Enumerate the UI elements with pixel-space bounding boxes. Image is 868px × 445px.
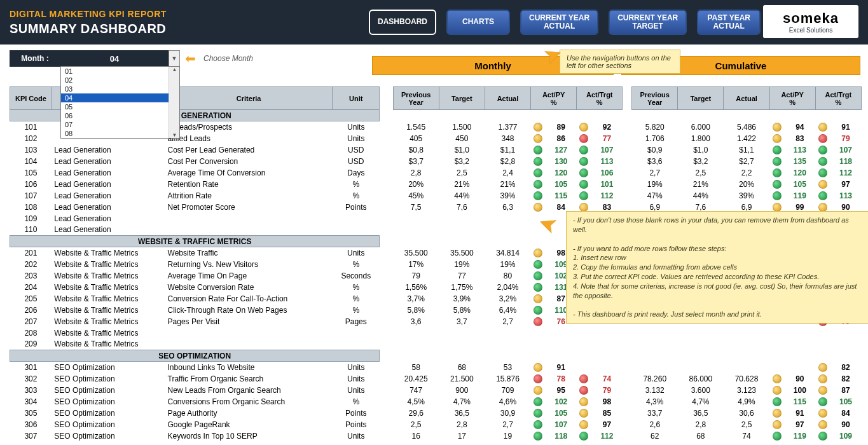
status-dot-amber	[773, 374, 782, 383]
status-dot-amber	[773, 386, 782, 395]
status-dot-green	[534, 191, 542, 200]
status-dot-green	[773, 180, 782, 189]
col-act-trgt-c: Act/Trgt %	[815, 87, 861, 110]
logo-subtext: Excel Solutions	[789, 27, 832, 34]
month-option[interactable]: 05	[61, 102, 179, 111]
col-prev-year: Previous Year	[393, 87, 439, 110]
status-dot-green	[534, 168, 542, 177]
status-dot-green	[579, 432, 588, 441]
status-dot-amber	[579, 397, 588, 406]
status-dot-amber	[818, 409, 827, 418]
nav-current-year-target[interactable]: CURRENT YEAR TARGET	[609, 10, 687, 35]
month-option[interactable]: 02	[61, 76, 179, 85]
status-dot-green	[773, 168, 782, 177]
table-row: 305SEO OptimizationPage AuthorityPoints2…	[10, 407, 862, 419]
status-dot-amber	[818, 123, 827, 132]
status-dot-amber	[773, 420, 782, 429]
table-row: 304SEO OptimizationConversions From Orga…	[10, 396, 862, 407]
nav-past-year-actual[interactable]: PAST YEAR ACTUAL	[697, 10, 761, 35]
nav-current-year-actual[interactable]: CURRENT YEAR ACTUAL	[520, 10, 598, 35]
col-actual-c: Actual	[724, 87, 769, 110]
table-row: 302SEO OptimizationTraffic From Organic …	[10, 373, 862, 385]
table-row: 107Lead GenerationAttrition Rate%45%44%3…	[10, 190, 862, 202]
table-row: 209Website & Traffic Metrics	[10, 339, 862, 350]
month-label: Month :	[10, 50, 60, 67]
status-dot-red	[579, 374, 588, 383]
status-dot-red	[818, 134, 827, 143]
month-dropdown-list[interactable]: 01 02 03 04 05 06 07 08	[60, 66, 180, 139]
status-dot-amber	[818, 420, 827, 429]
table-row: 103Lead GenerationCost Per Lead Generate…	[10, 144, 862, 156]
status-dot-green	[773, 397, 782, 406]
status-dot-green	[773, 146, 782, 154]
status-dot-amber	[818, 374, 827, 383]
month-dropdown-toggle[interactable]: ▼	[169, 50, 180, 67]
month-value[interactable]: 04	[60, 50, 169, 67]
status-dot-amber	[579, 203, 588, 212]
status-dot-amber	[534, 363, 542, 372]
section-header: WEBSITE & TRAFFIC METRICS	[10, 236, 380, 247]
status-dot-green	[579, 157, 588, 166]
status-dot-amber	[579, 420, 588, 429]
status-dot-amber	[534, 249, 542, 257]
tip-nav: Use the navigation buttons on the left f…	[560, 50, 680, 74]
status-dot-amber	[818, 203, 827, 212]
status-dot-amber	[534, 294, 542, 303]
month-option-selected[interactable]: 04	[61, 93, 179, 102]
status-dot-amber	[534, 134, 542, 143]
status-dot-green	[773, 157, 782, 166]
status-dot-green	[818, 157, 827, 166]
status-dot-amber	[773, 123, 782, 132]
status-dot-green	[579, 168, 588, 177]
status-dot-amber	[534, 386, 542, 395]
col-act-trgt: Act/Trgt %	[577, 87, 623, 110]
month-hint: Choose Month	[203, 54, 253, 63]
status-dot-amber	[818, 363, 827, 372]
status-dot-amber	[818, 180, 827, 189]
status-dot-green	[818, 191, 827, 200]
month-option[interactable]: 07	[61, 120, 179, 129]
status-dot-green	[579, 146, 588, 154]
status-dot-red	[579, 134, 588, 143]
status-dot-green	[534, 397, 542, 406]
status-dot-green	[534, 420, 542, 429]
status-dot-green	[534, 260, 542, 269]
month-option[interactable]: 08	[61, 129, 179, 138]
nav-bar: DASHBOARD CHARTS CURRENT YEAR ACTUAL CUR…	[369, 10, 761, 35]
status-dot-amber	[579, 409, 588, 418]
status-dot-amber	[773, 134, 782, 143]
nav-dashboard[interactable]: DASHBOARD	[369, 10, 436, 35]
status-dot-green	[534, 306, 542, 315]
table-row: 301SEO OptimizationInbound Links To Webs…	[10, 362, 862, 373]
col-target-c: Target	[678, 87, 724, 110]
nav-charts[interactable]: CHARTS	[446, 10, 510, 35]
table-row: 303SEO OptimizationNew Leads From Organi…	[10, 385, 862, 396]
status-dot-green	[534, 157, 542, 166]
status-dot-green	[773, 432, 782, 441]
status-dot-red	[534, 374, 542, 383]
tip-rows: - If you don't use those blank rows in y…	[566, 211, 868, 324]
status-dot-green	[534, 283, 542, 292]
status-dot-amber	[818, 386, 827, 395]
table-row: 105Lead GenerationAverage Time Of Conver…	[10, 167, 862, 179]
logo-text: someka	[783, 10, 839, 27]
month-option[interactable]: 03	[61, 85, 179, 93]
status-dot-green	[818, 397, 827, 406]
status-dot-green	[818, 432, 827, 441]
status-dot-red	[534, 317, 542, 326]
status-dot-green	[818, 146, 827, 154]
month-option[interactable]: 06	[61, 111, 179, 120]
table-row: 306SEO OptimizationGoogle PageRankPoints…	[10, 419, 862, 430]
col-criteria: Criteria	[165, 87, 333, 110]
table-row: 208Website & Traffic Metrics	[10, 327, 862, 339]
status-dot-green	[818, 168, 827, 177]
month-option[interactable]: 01	[61, 67, 179, 76]
arrow-icon: ⬅	[185, 51, 196, 66]
status-dot-green	[579, 180, 588, 189]
col-act-py: Act/PY %	[531, 87, 577, 110]
status-dot-green	[579, 191, 588, 200]
col-prev-year-c: Previous Year	[632, 87, 678, 110]
dropdown-scrollbar[interactable]	[169, 67, 179, 138]
status-dot-amber	[534, 123, 542, 132]
section-header: SEO OPTIMIZATION	[10, 350, 380, 362]
